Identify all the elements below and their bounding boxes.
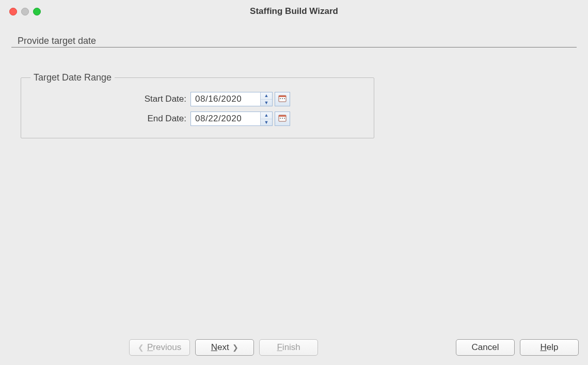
svg-rect-3: [282, 98, 283, 99]
calendar-icon: [278, 114, 287, 124]
page-heading-text: Provide target date: [18, 36, 96, 46]
group-legend: Target Date Range: [30, 72, 115, 83]
previous-mnemonic: P: [147, 342, 153, 352]
help-rest: elp: [547, 342, 559, 352]
target-date-range-group: Target Date Range Start Date: ▲ ▼: [21, 72, 374, 138]
wizard-nav-group: ❮ Previous Next ❯ Finish: [129, 339, 318, 356]
next-mnemonic: N: [211, 342, 217, 352]
end-date-step-up-icon[interactable]: ▲: [261, 112, 272, 119]
previous-button: ❮ Previous: [129, 339, 190, 356]
start-date-step-down-icon[interactable]: ▼: [261, 99, 272, 106]
finish-mnemonic: F: [277, 342, 282, 352]
finish-rest: inish: [282, 342, 300, 352]
close-window-button[interactable]: [9, 8, 17, 15]
help-button[interactable]: Help: [520, 339, 579, 356]
previous-rest: revious: [153, 342, 181, 352]
page-heading-separator: [11, 47, 577, 47]
minimize-window-button[interactable]: [21, 8, 29, 15]
zoom-window-button[interactable]: [33, 8, 41, 15]
start-date-field: ▲ ▼: [190, 92, 273, 106]
end-date-calendar-button[interactable]: [275, 112, 290, 126]
next-button[interactable]: Next ❯: [195, 339, 254, 356]
svg-rect-8: [282, 118, 283, 119]
wizard-window: Staffing Build Wizard Provide target dat…: [0, 0, 588, 365]
window-controls: [9, 8, 41, 15]
chevron-right-icon: ❯: [232, 343, 239, 352]
start-date-input[interactable]: [191, 92, 260, 106]
end-date-field: ▲ ▼: [190, 112, 273, 126]
end-date-step-down-icon[interactable]: ▼: [261, 119, 272, 126]
end-date-input[interactable]: [191, 112, 260, 125]
start-date-calendar-button[interactable]: [275, 92, 290, 106]
start-date-row: Start Date: ▲ ▼: [30, 89, 364, 109]
wizard-button-bar: ❮ Previous Next ❯ Finish Cancel Help: [0, 331, 588, 365]
calendar-icon: [278, 94, 287, 105]
svg-rect-9: [284, 118, 285, 119]
start-date-step-up-icon[interactable]: ▲: [261, 92, 272, 99]
window-title: Staffing Build Wizard: [0, 6, 588, 17]
start-date-label: Start Date:: [30, 94, 190, 104]
svg-rect-4: [284, 98, 285, 99]
titlebar: Staffing Build Wizard: [0, 0, 588, 23]
page-heading: Provide target date: [11, 32, 577, 47]
form-area: Target Date Range Start Date: ▲ ▼: [11, 47, 577, 138]
start-date-spinner: ▲ ▼: [260, 92, 272, 106]
chevron-left-icon: ❮: [138, 343, 144, 352]
svg-rect-6: [279, 115, 286, 117]
end-date-label: End Date:: [30, 114, 190, 124]
svg-rect-1: [279, 96, 286, 97]
next-rest: ext: [217, 342, 229, 352]
cancel-label: Cancel: [472, 342, 499, 353]
content-area: Provide target date Target Date Range St…: [0, 23, 588, 331]
svg-rect-2: [280, 98, 281, 99]
finish-button: Finish: [259, 339, 318, 356]
end-date-row: End Date: ▲ ▼: [30, 109, 364, 129]
help-mnemonic: H: [541, 342, 547, 352]
end-date-spinner: ▲ ▼: [260, 112, 272, 125]
svg-rect-7: [280, 118, 281, 119]
cancel-button[interactable]: Cancel: [456, 339, 515, 356]
